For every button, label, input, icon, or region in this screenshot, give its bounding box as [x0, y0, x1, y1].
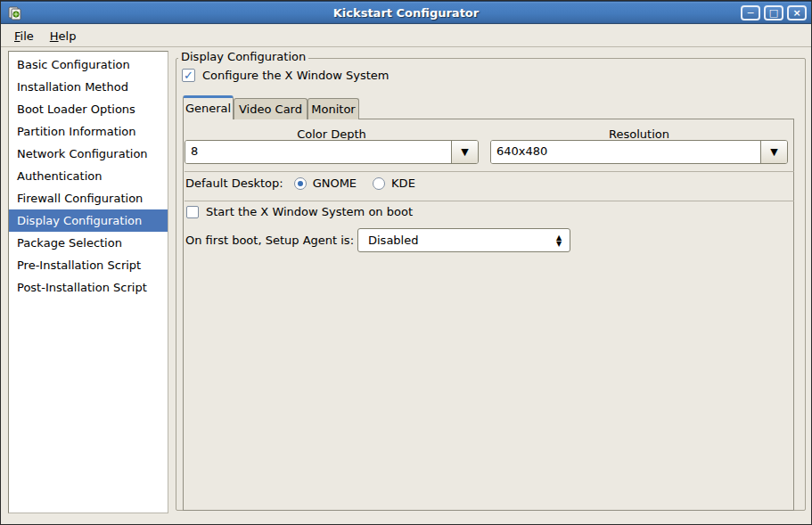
display-configuration-frame: Display Configuration ✓ Configure the X …: [176, 58, 806, 511]
color-depth-dropdown-arrow-icon[interactable]: ▼: [452, 141, 478, 163]
frame-title: Display Configuration: [178, 50, 308, 63]
kickstart-configurator-window: Kickstart Configurator ─ □ × File Help B…: [0, 0, 812, 525]
color-depth-label: Color Depth: [185, 127, 479, 141]
configure-x-row: ✓ Configure the X Window System: [182, 69, 390, 82]
setup-agent-label: On first boot, Setup Agent is:: [185, 234, 354, 247]
kde-radio[interactable]: [373, 177, 385, 190]
window-controls: ─ □ ×: [741, 5, 807, 21]
kde-radio-label[interactable]: KDE: [391, 176, 415, 190]
sidebar-item-pre-installation-script[interactable]: Pre-Installation Script: [9, 254, 168, 276]
color-depth-combobox[interactable]: 8 ▼: [185, 140, 479, 164]
menu-file[interactable]: File: [6, 27, 42, 45]
gnome-radio[interactable]: [294, 177, 307, 190]
resolution-label: Resolution: [490, 127, 788, 141]
menu-help[interactable]: Help: [42, 27, 85, 45]
resolution-combobox[interactable]: 640x480 ▼: [490, 140, 788, 164]
setup-agent-dropdown[interactable]: Disabled ▲ ▼: [357, 228, 570, 252]
start-x-row: Start the X Window System on boot: [186, 205, 413, 218]
tab-video-card[interactable]: Video Card: [234, 98, 308, 119]
minimize-button[interactable]: ─: [741, 5, 760, 21]
sidebar-item-post-installation-script[interactable]: Post-Installation Script: [9, 276, 168, 299]
tab-general[interactable]: General: [183, 95, 234, 119]
sidebar-item-boot-loader-options[interactable]: Boot Loader Options: [9, 98, 168, 120]
sidebar-category-list: Basic Configuration Installation Method …: [8, 51, 168, 513]
sidebar-item-installation-method[interactable]: Installation Method: [9, 76, 168, 98]
color-depth-value[interactable]: 8: [185, 141, 452, 163]
default-desktop-row: Default Desktop: GNOME KDE: [185, 176, 431, 190]
separator: [185, 201, 794, 201]
gnome-radio-label[interactable]: GNOME: [313, 176, 357, 190]
sidebar-item-firewall-configuration[interactable]: Firewall Configuration: [9, 187, 168, 209]
default-desktop-label: Default Desktop:: [185, 176, 283, 190]
configure-x-label: Configure the X Window System: [202, 69, 390, 82]
window-title: Kickstart Configurator: [1, 6, 811, 20]
sidebar-item-network-configuration[interactable]: Network Configuration: [9, 143, 168, 165]
sidebar-item-partition-information[interactable]: Partition Information: [9, 120, 168, 143]
general-tab-panel: Color Depth Resolution 8 ▼ 640x480 ▼ Def…: [183, 119, 794, 511]
tab-monitor[interactable]: Monitor: [308, 98, 359, 119]
spin-down-icon: ▼: [556, 241, 562, 247]
menubar: File Help: [1, 25, 811, 47]
start-x-label: Start the X Window System on boot: [206, 205, 413, 218]
separator: [185, 171, 794, 172]
setup-agent-spinner-icon[interactable]: ▲ ▼: [548, 234, 570, 247]
sidebar-item-authentication[interactable]: Authentication: [9, 165, 168, 187]
sidebar-item-display-configuration[interactable]: Display Configuration: [9, 209, 168, 232]
sidebar-item-package-selection[interactable]: Package Selection: [9, 232, 168, 254]
maximize-button[interactable]: □: [764, 5, 783, 21]
setup-agent-value[interactable]: Disabled: [358, 234, 548, 247]
resolution-value[interactable]: 640x480: [491, 141, 761, 163]
titlebar[interactable]: Kickstart Configurator ─ □ ×: [1, 1, 811, 24]
app-icon: [6, 5, 22, 21]
start-x-checkbox[interactable]: [186, 206, 199, 218]
sidebar-item-basic-configuration[interactable]: Basic Configuration: [9, 53, 168, 76]
resolution-dropdown-arrow-icon[interactable]: ▼: [761, 141, 787, 163]
configure-x-checkbox[interactable]: ✓: [182, 69, 195, 82]
close-button[interactable]: ×: [787, 5, 807, 21]
